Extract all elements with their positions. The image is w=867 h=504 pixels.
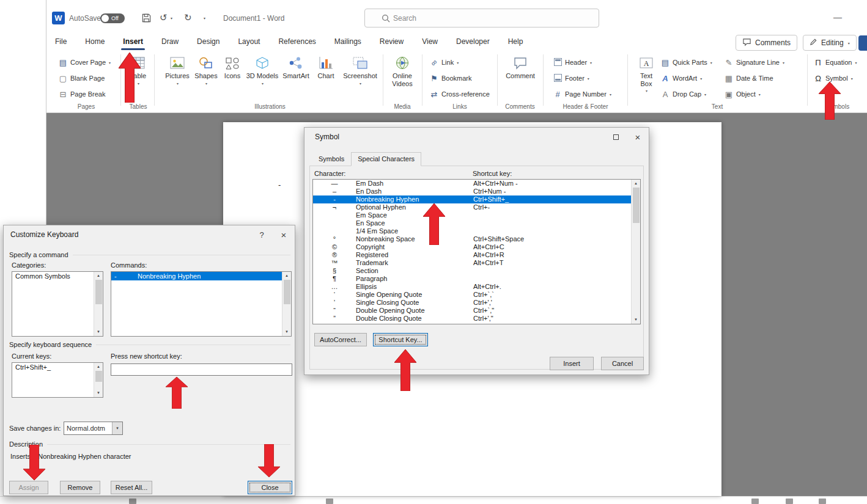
dialog-tab[interactable]: Symbols xyxy=(312,152,351,166)
chart-button[interactable]: Chart xyxy=(313,55,339,80)
editing-mode-button[interactable]: Editing ▾ xyxy=(803,35,857,51)
cancel-button[interactable]: Cancel xyxy=(601,357,644,370)
special-character-row[interactable]: – En Dash Ctrl+Num - xyxy=(313,188,631,195)
ribbon-tab[interactable]: Draw xyxy=(161,35,179,48)
special-character-row[interactable]: ” Double Closing Quote Ctrl+'," xyxy=(313,315,631,323)
special-characters-list[interactable]: — Em Dash Alt+Ctrl+Num - – En Dash Ctrl+… xyxy=(312,179,641,324)
blank-page-button[interactable]: ▢ Blank Page xyxy=(58,72,105,84)
scroll-down-icon[interactable]: ▼ xyxy=(97,329,100,335)
status-icon[interactable] xyxy=(326,499,333,504)
ribbon-tab[interactable]: File xyxy=(54,35,67,48)
ribbon-tab[interactable]: Layout xyxy=(237,35,260,48)
special-character-row[interactable]: — Em Dash Alt+Ctrl+Num - xyxy=(313,180,631,188)
insert-button[interactable]: Insert xyxy=(550,357,594,370)
ribbon-tab[interactable]: View xyxy=(421,35,438,48)
scroll-up-icon[interactable]: ▲ xyxy=(634,181,638,186)
scrollbar[interactable]: ▲ ▼ xyxy=(94,272,103,336)
status-icon[interactable] xyxy=(786,499,793,504)
current-keys-list[interactable]: Ctrl+Shift+_ ▲ ▼ xyxy=(12,362,103,398)
scroll-thumb[interactable] xyxy=(95,280,102,304)
commands-list[interactable]: - Nonbreaking Hyphen ▲ ▼ xyxy=(111,271,292,337)
shortcut-key-button[interactable]: Shortcut Key... xyxy=(373,333,428,346)
close-button[interactable]: × xyxy=(627,128,649,146)
help-button[interactable]: ? xyxy=(251,225,273,244)
special-character-row[interactable]: “ Double Opening Quote Ctrl+`," xyxy=(313,307,631,315)
close-dialog-button[interactable]: Close xyxy=(248,481,292,494)
wordart-button[interactable]: A WordArt ▾ xyxy=(660,72,702,84)
scroll-down-icon[interactable]: ▼ xyxy=(97,390,100,396)
object-button[interactable]: ▣ Object ▾ xyxy=(724,88,761,100)
scroll-up-icon[interactable]: ▲ xyxy=(97,364,100,370)
symbol-dialog-titlebar[interactable]: Symbol × xyxy=(304,128,649,146)
special-character-row[interactable]: - Nonbreaking Hyphen Ctrl+Shift+_ xyxy=(313,195,631,203)
signature-line-button[interactable]: ✎ Signature Line ▾ xyxy=(724,56,784,68)
cover-page-button[interactable]: ▤ Cover Page ▾ xyxy=(58,56,111,68)
remove-button[interactable]: Remove xyxy=(60,481,100,494)
pictures-button[interactable]: Pictures ▾ xyxy=(164,55,191,86)
icons-button[interactable]: Icons xyxy=(220,55,245,80)
special-character-row[interactable]: 1/4 Em Space xyxy=(313,227,631,235)
page-break-button[interactable]: ⊟ Page Break xyxy=(58,88,105,100)
maximize-button[interactable] xyxy=(605,128,627,146)
special-character-row[interactable]: § Section xyxy=(313,267,631,275)
shapes-button[interactable]: Shapes ▾ xyxy=(193,55,219,86)
scroll-thumb[interactable] xyxy=(633,188,640,223)
customize-dialog-titlebar[interactable]: Customize Keyboard ? × xyxy=(4,225,295,244)
scroll-up-icon[interactable]: ▲ xyxy=(97,273,100,279)
command-item[interactable]: - Nonbreaking Hyphen xyxy=(111,272,282,280)
ribbon-tab[interactable]: References xyxy=(278,35,316,48)
special-character-row[interactable]: … Ellipsis Alt+Ctrl+. xyxy=(313,283,631,291)
save-changes-combobox[interactable]: Normal.dotm ▾ xyxy=(64,422,123,435)
ribbon-tab[interactable]: Review xyxy=(379,35,404,48)
ribbon-tab[interactable]: Insert xyxy=(122,35,144,48)
reset-all-button[interactable]: Reset All... xyxy=(111,481,152,494)
scrollbar[interactable]: ▲ ▼ xyxy=(94,363,103,397)
ribbon-tab[interactable]: Developer xyxy=(456,35,490,48)
3d-models-button[interactable]: 3D Models ▾ xyxy=(246,55,279,86)
comment-button[interactable]: Comment xyxy=(504,55,536,80)
scroll-down-icon[interactable]: ▼ xyxy=(285,329,289,335)
minimize-button[interactable]: — xyxy=(833,12,842,22)
ribbon-tab[interactable]: Mailings xyxy=(334,35,362,48)
date-time-button[interactable]: ▦ Date & Time xyxy=(724,72,773,84)
category-item[interactable]: Common Symbols xyxy=(12,272,94,280)
text-box-button[interactable]: A Text Box ▾ xyxy=(633,55,659,93)
word-logo-icon[interactable]: W xyxy=(52,12,65,24)
special-character-row[interactable]: ’ Single Closing Quote Ctrl+',' xyxy=(313,299,631,307)
autocorrect-button[interactable]: AutoCorrect... xyxy=(314,333,367,346)
close-button[interactable]: × xyxy=(273,225,295,244)
scroll-up-icon[interactable]: ▲ xyxy=(285,273,289,279)
status-icon[interactable] xyxy=(819,499,826,504)
special-character-row[interactable]: ™ Trademark Alt+Ctrl+T xyxy=(313,259,631,267)
status-icon[interactable] xyxy=(751,499,759,504)
smartart-button[interactable]: SmartArt xyxy=(280,55,312,80)
screenshot-button[interactable]: Screenshot ▾ xyxy=(340,55,380,86)
combo-dropdown-button[interactable]: ▾ xyxy=(112,422,122,434)
special-character-row[interactable]: Em Space xyxy=(313,211,631,219)
cross-reference-button[interactable]: ⇄ Cross-reference xyxy=(429,88,490,100)
undo-icon[interactable]: ↺ xyxy=(160,12,168,23)
comments-button[interactable]: Comments xyxy=(736,35,797,51)
special-character-row[interactable]: En Space xyxy=(313,219,631,227)
save-icon[interactable] xyxy=(141,13,152,26)
header-button[interactable]: Header ▾ xyxy=(553,56,592,68)
scroll-thumb[interactable] xyxy=(284,280,290,304)
special-character-row[interactable]: ® Registered Alt+Ctrl+R xyxy=(313,251,631,259)
link-button[interactable]: ∞ Link ▾ xyxy=(429,56,459,68)
quick-parts-button[interactable]: ▤ Quick Parts ▾ xyxy=(660,56,712,68)
status-icon[interactable] xyxy=(129,499,136,504)
special-character-row[interactable]: ¬ Optional Hyphen Ctrl+- xyxy=(313,203,631,211)
special-character-row[interactable]: ° Nonbreaking Space Ctrl+Shift+Space xyxy=(313,235,631,243)
ribbon-tab[interactable]: Help xyxy=(507,35,524,48)
page-number-button[interactable]: # Page Number ▾ xyxy=(553,88,611,100)
categories-list[interactable]: Common Symbols ▲ ▼ xyxy=(12,271,103,337)
ribbon-tab[interactable]: Design xyxy=(196,35,220,48)
current-key-item[interactable]: Ctrl+Shift+_ xyxy=(12,363,94,371)
share-icon[interactable] xyxy=(858,35,867,51)
special-character-row[interactable]: ‘ Single Opening Quote Ctrl+`,` xyxy=(313,291,631,299)
autosave-toggle[interactable]: Off xyxy=(100,13,125,23)
scroll-thumb[interactable] xyxy=(95,371,102,382)
search-input[interactable]: Search xyxy=(364,9,599,27)
ribbon-options-chevron-icon[interactable]: ▾ xyxy=(204,16,205,20)
ribbon-tab[interactable]: Home xyxy=(84,35,105,48)
